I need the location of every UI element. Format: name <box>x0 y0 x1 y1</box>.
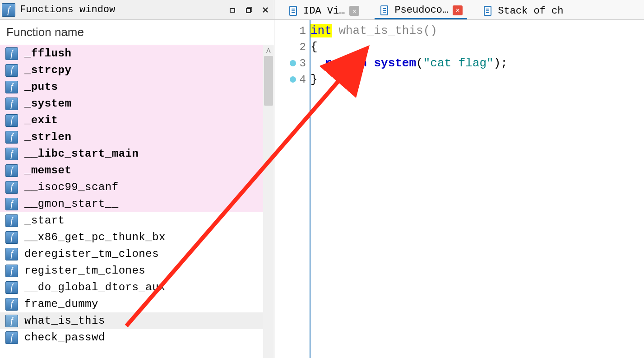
scroll-up-arrow[interactable]: ᐱ <box>263 45 274 56</box>
function-row[interactable]: fcheck_passwd <box>0 329 274 346</box>
function-icon: f <box>5 98 18 110</box>
function-name: _strcpy <box>24 64 71 76</box>
function-name: _puts <box>24 81 58 93</box>
tab[interactable]: IDA Vi…✕ <box>283 2 364 19</box>
functions-panel: f Functions window Function name f_fflus… <box>0 0 274 358</box>
gutter: 1234 <box>274 20 310 358</box>
tab-label: Pseudoco… <box>394 5 448 16</box>
function-icon: f <box>5 148 18 160</box>
function-row[interactable]: f_memset <box>0 162 274 179</box>
function-icon: f <box>5 114 18 127</box>
function-name: __gmon_start__ <box>24 198 119 210</box>
right-panel: IDA Vi…✕Pseudoco…✕Stack of ch 1234 int w… <box>274 0 644 358</box>
code-area: 1234 int what_is_this(){ return system("… <box>274 20 644 358</box>
function-row[interactable]: f__do_global_dtors_aux <box>0 279 274 296</box>
function-name: what_is_this <box>24 315 105 327</box>
function-name: __do_global_dtors_aux <box>24 281 166 293</box>
line-number: 4 <box>300 74 306 86</box>
function-name: __libc_start_main <box>24 148 139 160</box>
function-row[interactable]: f_start <box>0 212 274 229</box>
function-row[interactable]: f_puts <box>0 79 274 95</box>
function-icon: f <box>5 298 18 311</box>
keyword-return: return <box>324 56 367 70</box>
breakpoint-dot[interactable] <box>290 60 296 66</box>
code-line: } <box>310 71 644 88</box>
panel-title: Functions window <box>20 4 223 15</box>
function-row[interactable]: f__x86_get_pc_thunk_bx <box>0 229 274 246</box>
document-icon <box>482 5 493 16</box>
function-icon: f <box>5 64 18 77</box>
function-name: _strlen <box>24 131 71 143</box>
function-name: _memset <box>24 164 71 177</box>
function-row[interactable]: f_system <box>0 95 274 112</box>
function-icon: f <box>5 181 18 194</box>
function-name: __isoc99_scanf <box>24 181 119 193</box>
function-icon: f <box>5 331 18 344</box>
function-icon: f <box>5 164 18 177</box>
function-name: _start <box>24 214 65 227</box>
function-row[interactable]: f_fflush <box>0 45 274 62</box>
string-literal: "cat flag" <box>423 56 494 70</box>
document-icon <box>379 5 390 16</box>
function-name: _exit <box>24 114 58 126</box>
function-row[interactable]: fregister_tm_clones <box>0 262 274 279</box>
function-row[interactable]: f_exit <box>0 112 274 129</box>
function-icon: f <box>5 315 18 327</box>
function-row[interactable]: fwhat_is_this <box>0 312 274 329</box>
gutter-row[interactable]: 2 <box>274 39 310 55</box>
gutter-row[interactable]: 1 <box>274 23 310 39</box>
scroll-thumb[interactable] <box>264 56 273 106</box>
tab-label: Stack of ch <box>498 5 563 17</box>
tab[interactable]: Stack of ch <box>478 2 568 19</box>
line-number: 3 <box>300 57 306 70</box>
function-row[interactable]: f_strcpy <box>0 62 274 79</box>
function-icon: f <box>5 47 18 60</box>
function-icon: f <box>5 214 18 227</box>
function-row[interactable]: f__isoc99_scanf <box>0 179 274 195</box>
popout-button[interactable] <box>242 3 256 17</box>
column-header-function-name[interactable]: Function name <box>0 20 274 45</box>
line-number: 1 <box>300 25 306 37</box>
svg-rect-2 <box>246 9 250 13</box>
function-row[interactable]: f__gmon_start__ <box>0 195 274 212</box>
function-icon: f <box>2 3 15 17</box>
function-name: check_passwd <box>24 331 105 344</box>
function-list-container: f_fflushf_strcpyf_putsf_systemf_exitf_st… <box>0 45 274 358</box>
panel-titlebar: f Functions window <box>0 0 274 20</box>
code-line: { <box>310 39 644 55</box>
line-number: 2 <box>300 41 306 53</box>
tabbar: IDA Vi…✕Pseudoco…✕Stack of ch <box>274 0 644 20</box>
gutter-row[interactable]: 4 <box>274 71 310 88</box>
close-icon[interactable]: ✕ <box>349 6 359 16</box>
function-name: __x86_get_pc_thunk_bx <box>24 231 166 243</box>
function-icon: f <box>5 131 18 144</box>
tab-label: IDA Vi… <box>303 5 345 17</box>
function-name: _fflush <box>24 47 71 60</box>
function-icon: f <box>5 248 18 260</box>
function-row[interactable]: f__libc_start_main <box>0 145 274 162</box>
fn-call: system <box>374 56 416 70</box>
close-icon[interactable]: ✕ <box>453 5 463 15</box>
code-line: int what_is_this() <box>310 23 644 39</box>
code-line: return system("cat flag"); <box>310 55 644 71</box>
function-name: frame_dummy <box>24 298 98 310</box>
function-icon: f <box>5 231 18 244</box>
breakpoint-dot[interactable] <box>290 76 296 83</box>
restore-button[interactable] <box>226 3 240 17</box>
close-button[interactable] <box>259 3 272 17</box>
function-icon: f <box>5 281 18 294</box>
function-list: f_fflushf_strcpyf_putsf_systemf_exitf_st… <box>0 45 274 346</box>
function-name: _system <box>24 98 71 110</box>
svg-rect-0 <box>230 9 235 12</box>
gutter-row[interactable]: 3 <box>274 55 310 71</box>
scrollbar[interactable]: ᐱ <box>263 45 274 358</box>
fn-signature: what_is_this() <box>332 24 437 37</box>
function-name: deregister_tm_clones <box>24 248 159 260</box>
pseudocode[interactable]: int what_is_this(){ return system("cat f… <box>310 20 644 358</box>
document-icon <box>288 5 299 16</box>
function-row[interactable]: fderegister_tm_clones <box>0 246 274 262</box>
function-row[interactable]: f_strlen <box>0 129 274 145</box>
keyword-int: int <box>310 24 332 37</box>
function-row[interactable]: fframe_dummy <box>0 296 274 312</box>
tab[interactable]: Pseudoco…✕ <box>375 2 467 19</box>
